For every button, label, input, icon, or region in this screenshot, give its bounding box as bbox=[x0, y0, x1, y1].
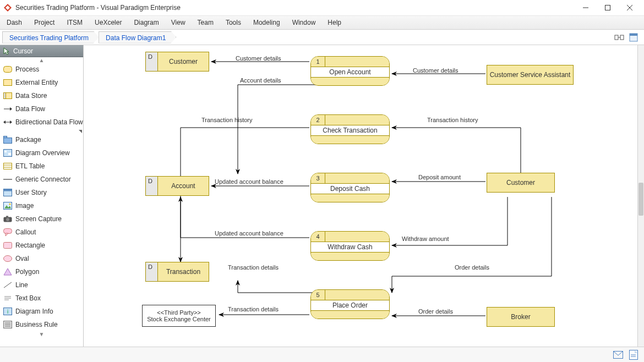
datastore-account[interactable]: D Account bbox=[145, 176, 209, 196]
user-story-icon bbox=[3, 188, 12, 197]
external-csa[interactable]: Customer Service Assistant bbox=[487, 65, 574, 85]
palette-external-entity[interactable]: External Entity bbox=[0, 76, 83, 89]
menu-bar: Dash Project ITSM UeXceler Diagram View … bbox=[0, 15, 644, 30]
menu-team[interactable]: Team bbox=[198, 19, 214, 26]
palette-screen-capture[interactable]: Screen Capture bbox=[0, 212, 83, 226]
svg-rect-7 bbox=[620, 35, 624, 40]
palette-business-rule[interactable]: Business Rule bbox=[0, 318, 83, 331]
process-deposit-cash[interactable]: 3 Deposit Cash bbox=[310, 173, 390, 202]
palette-data-store[interactable]: Data Store bbox=[0, 89, 83, 102]
menu-dash[interactable]: Dash bbox=[7, 19, 22, 26]
stereotype-label: <<Third Party>> bbox=[157, 309, 201, 316]
flow-label: Deposit amount bbox=[418, 174, 461, 180]
svg-rect-6 bbox=[615, 35, 618, 40]
datastore-transaction[interactable]: D Transaction bbox=[145, 262, 209, 282]
process-icon bbox=[3, 65, 12, 74]
etl-icon bbox=[3, 162, 12, 171]
note-icon[interactable] bbox=[629, 350, 638, 360]
menu-uexceler[interactable]: UeXceler bbox=[95, 19, 122, 26]
palette-callout[interactable]: Callout bbox=[0, 226, 83, 239]
tool-palette: Cursor ▲ Process External Entity Data St… bbox=[0, 45, 84, 347]
palette-textbox[interactable]: Text Box bbox=[0, 292, 83, 305]
external-broker[interactable]: Broker bbox=[487, 307, 555, 327]
camera-icon bbox=[3, 215, 12, 223]
svg-rect-14 bbox=[4, 93, 6, 99]
menu-itsm[interactable]: ITSM bbox=[67, 19, 83, 26]
palette-image[interactable]: Image bbox=[0, 199, 83, 212]
flow-label: Withdraw amount bbox=[402, 235, 449, 242]
palette-user-story[interactable]: User Story bbox=[0, 186, 83, 199]
info-icon: i bbox=[3, 307, 12, 316]
process-check-transaction[interactable]: 2 Check Transaction bbox=[310, 114, 390, 144]
process-withdraw-cash[interactable]: 4 Withdraw Cash bbox=[310, 231, 390, 261]
datastore-customer[interactable]: D Customer bbox=[145, 52, 209, 72]
flow-label: Transaction history bbox=[201, 117, 253, 123]
flow-label: Customer details bbox=[236, 55, 281, 62]
menu-window[interactable]: Window bbox=[292, 19, 316, 26]
datastore-label: Transaction bbox=[158, 262, 209, 281]
external-entity-icon bbox=[3, 78, 12, 87]
external-customer[interactable]: Customer bbox=[487, 173, 555, 193]
palette-package[interactable]: Package bbox=[0, 133, 83, 146]
data-store-icon bbox=[3, 91, 12, 100]
maximize-button[interactable] bbox=[597, 0, 619, 15]
menu-diagram[interactable]: Diagram bbox=[134, 19, 159, 26]
process-place-order[interactable]: 5 Place Order bbox=[310, 289, 390, 319]
menu-view[interactable]: View bbox=[171, 19, 185, 26]
palette-collapse-up[interactable]: ▲ bbox=[0, 57, 83, 63]
flow-label: Customer details bbox=[413, 67, 459, 74]
palette-oval[interactable]: Oval bbox=[0, 252, 83, 265]
datastore-label: Customer bbox=[158, 52, 209, 71]
menu-tools[interactable]: Tools bbox=[226, 19, 241, 26]
palette-data-flow[interactable]: Data Flow bbox=[0, 102, 83, 116]
svg-rect-12 bbox=[4, 67, 12, 73]
layout-icon[interactable] bbox=[613, 31, 625, 43]
flow-label: Order details bbox=[418, 308, 453, 315]
svg-point-41 bbox=[4, 256, 12, 262]
close-button[interactable] bbox=[619, 0, 641, 15]
breadcrumb-current[interactable]: Data Flow Diagram1 bbox=[99, 31, 176, 43]
process-open-account[interactable]: 1 Open Account bbox=[310, 56, 390, 86]
palette-connector[interactable]: Generic Connector bbox=[0, 173, 83, 186]
vertical-scrollbar[interactable] bbox=[637, 45, 644, 347]
svg-rect-31 bbox=[4, 189, 12, 191]
switch-pane-icon[interactable] bbox=[627, 31, 640, 43]
palette-rectangle[interactable]: Rectangle bbox=[0, 239, 83, 252]
palette-header[interactable]: Cursor bbox=[0, 45, 83, 57]
svg-rect-21 bbox=[4, 138, 12, 144]
package-icon bbox=[3, 135, 12, 144]
palette-diagram-info[interactable]: iDiagram Info bbox=[0, 305, 83, 318]
external-third-party[interactable]: <<Third Party>> Stock Exchange Center bbox=[142, 305, 216, 327]
svg-marker-39 bbox=[6, 233, 8, 236]
flow-label: Updated account balance bbox=[215, 230, 283, 237]
menu-help[interactable]: Help bbox=[328, 19, 341, 26]
palette-overview[interactable]: Diagram Overview bbox=[0, 146, 83, 160]
image-icon bbox=[3, 201, 12, 210]
breadcrumb-bar: Securities Trading Platform Data Flow Di… bbox=[0, 30, 644, 45]
third-party-name: Stock Exchange Center bbox=[147, 316, 211, 322]
svg-rect-10 bbox=[630, 34, 637, 36]
palette-line[interactable]: Line bbox=[0, 278, 83, 292]
minimize-button[interactable] bbox=[575, 0, 597, 15]
palette-process[interactable]: Process bbox=[0, 63, 83, 76]
line-icon bbox=[3, 281, 12, 289]
data-flow-icon bbox=[3, 105, 12, 113]
mail-icon[interactable] bbox=[613, 350, 623, 360]
breadcrumb-root[interactable]: Securities Trading Platform bbox=[2, 31, 99, 43]
status-bar bbox=[0, 347, 644, 362]
flow-label: Order details bbox=[455, 264, 489, 271]
svg-text:i: i bbox=[7, 309, 8, 315]
callout-icon bbox=[3, 228, 12, 237]
palette-collapse-down[interactable]: ▼ bbox=[0, 331, 83, 337]
palette-bidir-flow[interactable]: Bidirectional Data Flow bbox=[0, 116, 83, 129]
palette-etl[interactable]: ETL Table bbox=[0, 160, 83, 173]
palette-polygon[interactable]: Polygon bbox=[0, 265, 83, 278]
svg-rect-3 bbox=[605, 6, 610, 10]
rule-icon bbox=[3, 320, 12, 329]
svg-line-43 bbox=[4, 282, 12, 288]
diagram-canvas[interactable]: D Customer D Account D Transaction 1 Ope… bbox=[84, 45, 644, 347]
cursor-icon bbox=[3, 47, 11, 54]
svg-point-36 bbox=[6, 218, 9, 221]
menu-project[interactable]: Project bbox=[34, 19, 54, 26]
menu-modeling[interactable]: Modeling bbox=[253, 19, 280, 26]
